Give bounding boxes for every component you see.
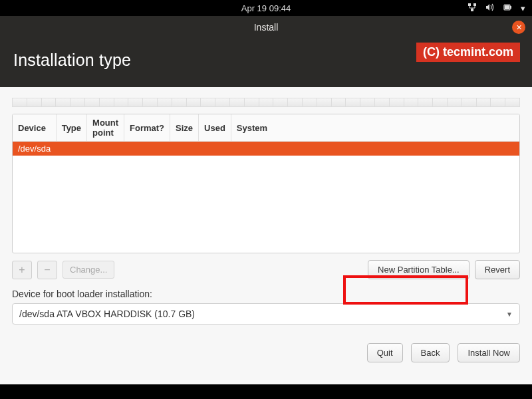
remove-partition-button[interactable]: −: [37, 261, 57, 279]
partition-table[interactable]: Device Type Mount point Format? Size Use…: [12, 114, 520, 253]
cell-size: [170, 142, 199, 156]
partition-toolbar: + − Change... New Partition Table... Rev…: [12, 260, 520, 279]
add-partition-button[interactable]: +: [12, 261, 32, 279]
caret-down-icon[interactable]: ▾: [521, 3, 525, 13]
clock: Apr 19 09:44: [241, 3, 291, 13]
quit-button[interactable]: Quit: [367, 343, 403, 362]
chevron-down-icon: ▼: [506, 311, 513, 318]
battery-icon[interactable]: [502, 3, 513, 14]
main-content: Device Type Mount point Format? Size Use…: [0, 87, 532, 331]
svg-rect-5: [505, 5, 509, 9]
svg-rect-4: [510, 6, 511, 9]
svg-rect-2: [471, 9, 473, 11]
back-label: Back: [421, 348, 440, 358]
top-menu-bar: Apr 19 09:44 ▾: [0, 0, 532, 16]
change-button[interactable]: Change...: [63, 261, 114, 279]
disk-usage-bar: [12, 98, 520, 107]
install-now-label: Install Now: [467, 348, 510, 358]
cell-format: [124, 142, 170, 156]
col-device[interactable]: Device: [13, 114, 56, 142]
svg-rect-0: [468, 3, 471, 6]
volume-icon[interactable]: [485, 3, 494, 14]
svg-rect-1: [473, 3, 476, 6]
table-row[interactable]: /dev/sda: [13, 142, 519, 156]
col-mount[interactable]: Mount point: [87, 114, 124, 142]
window-titlebar: Install ✕: [0, 16, 532, 39]
col-used[interactable]: Used: [199, 114, 231, 142]
page-header: (C) tecmint.com Installation type: [0, 39, 532, 87]
cell-device: /dev/sda: [13, 142, 56, 156]
system-tray: ▾: [467, 3, 525, 14]
cell-used: [199, 142, 231, 156]
minus-icon: −: [44, 264, 50, 276]
window-title: Install: [254, 22, 279, 33]
bottom-strip: [0, 384, 532, 399]
back-button[interactable]: Back: [411, 343, 450, 362]
col-type[interactable]: Type: [56, 114, 86, 142]
new-partition-table-label: New Partition Table...: [378, 265, 460, 275]
cell-type: [56, 142, 86, 156]
col-system[interactable]: System: [231, 114, 519, 142]
col-format[interactable]: Format?: [124, 114, 170, 142]
cell-mount: [87, 142, 124, 156]
footer-buttons: Quit Back Install Now: [0, 331, 532, 368]
network-icon[interactable]: [467, 3, 477, 14]
bootloader-label: Device for boot loader installation:: [12, 289, 520, 299]
revert-label: Revert: [485, 265, 510, 275]
plus-icon: +: [19, 264, 25, 276]
col-size[interactable]: Size: [170, 114, 199, 142]
cell-system: [231, 142, 519, 156]
close-icon: ✕: [516, 23, 522, 32]
quit-label: Quit: [377, 348, 393, 358]
bootloader-value: /dev/sda ATA VBOX HARDDISK (10.7 GB): [19, 309, 195, 319]
close-button[interactable]: ✕: [512, 21, 525, 34]
revert-button[interactable]: Revert: [475, 260, 520, 279]
install-now-button[interactable]: Install Now: [458, 343, 520, 362]
table-header-row: Device Type Mount point Format? Size Use…: [13, 114, 519, 142]
new-partition-table-button[interactable]: New Partition Table...: [368, 260, 469, 279]
bootloader-select[interactable]: /dev/sda ATA VBOX HARDDISK (10.7 GB) ▼: [12, 303, 520, 325]
watermark-badge: (C) tecmint.com: [416, 43, 520, 62]
change-label: Change...: [70, 265, 107, 275]
